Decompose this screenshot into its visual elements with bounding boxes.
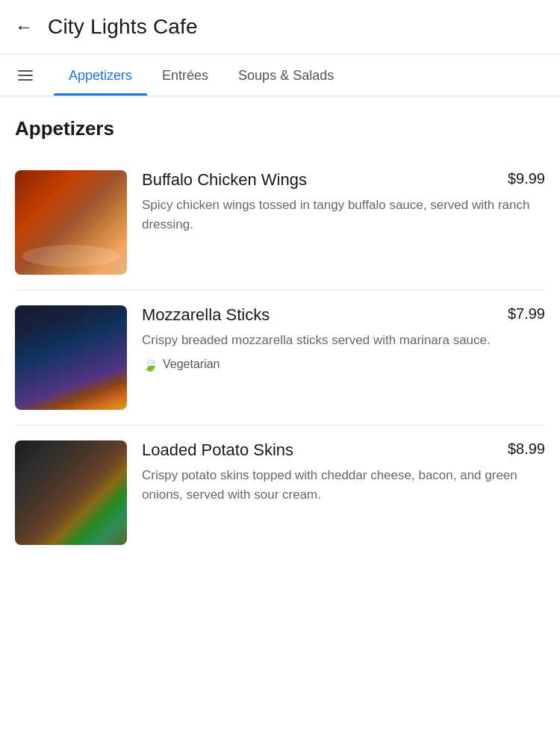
item-header-mozzarella-sticks: Mozzarella Sticks $7.99	[142, 305, 545, 325]
item-description-loaded-potato-skins: Crispy potato skins topped with cheddar …	[142, 466, 545, 504]
leaf-icon: 🍃	[142, 356, 158, 373]
menu-line-1	[18, 70, 33, 72]
item-name-loaded-potato-skins: Loaded Potato Skins	[142, 440, 499, 460]
item-name-buffalo-chicken-wings: Buffalo Chicken Wings	[142, 170, 499, 190]
menu-list: Buffalo Chicken Wings $9.99 Spicy chicke…	[0, 155, 560, 560]
tab-entrees[interactable]: Entrées	[147, 54, 223, 96]
item-price-mozzarella-sticks: $7.99	[508, 305, 545, 323]
back-arrow-icon: ←	[15, 16, 33, 37]
item-image-buffalo-chicken-wings	[15, 170, 127, 275]
section-title: Appetizers	[0, 96, 560, 155]
tab-bar: Appetizers Entrées Soups & Salads	[0, 54, 560, 96]
menu-list-icon-button[interactable]	[12, 58, 39, 93]
menu-item-loaded-potato-skins[interactable]: Loaded Potato Skins $8.99 Crispy potato …	[15, 426, 545, 560]
vegetarian-badge: 🍃 Vegetarian	[142, 356, 545, 373]
menu-line-2	[18, 75, 33, 76]
tab-appetizers[interactable]: Appetizers	[54, 54, 147, 96]
menu-item-buffalo-chicken-wings[interactable]: Buffalo Chicken Wings $9.99 Spicy chicke…	[15, 155, 545, 290]
item-description-buffalo-chicken-wings: Spicy chicken wings tossed in tangy buff…	[142, 196, 545, 234]
item-header-loaded-potato-skins: Loaded Potato Skins $8.99	[142, 440, 545, 460]
item-price-buffalo-chicken-wings: $9.99	[508, 170, 545, 187]
item-name-mozzarella-sticks: Mozzarella Sticks	[142, 305, 499, 325]
back-button[interactable]: ←	[12, 13, 36, 40]
item-content-buffalo-chicken-wings: Buffalo Chicken Wings $9.99 Spicy chicke…	[142, 170, 545, 240]
header: ← City Lights Cafe	[0, 0, 560, 54]
item-content-loaded-potato-skins: Loaded Potato Skins $8.99 Crispy potato …	[142, 440, 545, 510]
tab-soups-salads[interactable]: Soups & Salads	[223, 54, 349, 96]
item-content-mozzarella-sticks: Mozzarella Sticks $7.99 Crispy breaded m…	[142, 305, 545, 373]
item-header-buffalo-chicken-wings: Buffalo Chicken Wings $9.99	[142, 170, 545, 190]
vegetarian-label: Vegetarian	[163, 358, 220, 371]
item-description-mozzarella-sticks: Crispy breaded mozzarella sticks served …	[142, 331, 545, 350]
item-image-loaded-potato-skins	[15, 440, 127, 545]
menu-item-mozzarella-sticks[interactable]: Mozzarella Sticks $7.99 Crispy breaded m…	[15, 290, 545, 426]
menu-line-3	[18, 79, 33, 81]
item-price-loaded-potato-skins: $8.99	[508, 440, 545, 458]
item-image-mozzarella-sticks	[15, 305, 127, 410]
page-title: City Lights Cafe	[48, 15, 198, 39]
